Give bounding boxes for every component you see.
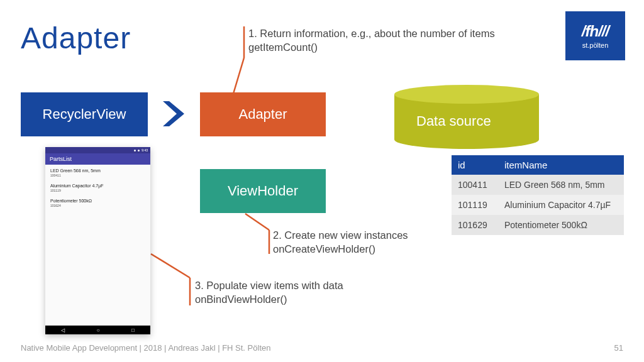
fh-logo: /fh/// st.pölten <box>565 11 625 60</box>
table-cell-name: LED Green 568 nm, 5mm <box>498 175 624 195</box>
svg-line-1 <box>233 58 244 94</box>
table-cell-id: 101629 <box>452 215 498 235</box>
note-2-line-2: onCreateViewHolder() <box>273 242 408 256</box>
nav-recent-icon: □ <box>131 327 135 333</box>
phone-item-title: Potentiometer 500kΩ <box>50 199 145 203</box>
phone-item-sub: 100411 <box>50 173 145 177</box>
note-3-line-1: 3. Populate view items with data <box>195 278 343 292</box>
note-3-line-2: onBindViewHolder() <box>195 292 343 306</box>
phone-list-item: Potentiometer 500kΩ 101624 <box>45 195 150 210</box>
note-1: 1. Return information, e.g., about the n… <box>248 26 531 55</box>
phone-item-sub: 101624 <box>50 204 145 207</box>
phone-list: LED Green 568 nm, 5mm 100411 Aluminium C… <box>45 165 150 210</box>
table-cell-id: 101119 <box>452 195 498 215</box>
adapter-box: Adapter <box>200 92 326 136</box>
table-header-id: id <box>452 155 498 175</box>
table-row: 101119 Aluminium Capacitor 4.7µF <box>452 195 624 215</box>
phone-list-item: LED Green 568 nm, 5mm 100411 <box>45 165 150 180</box>
phone-item-title: Aluminium Capacitor 4.7µF <box>50 184 145 188</box>
recyclerview-box: RecyclerView <box>21 92 148 136</box>
nav-back-icon: ◁ <box>61 327 65 333</box>
table-cell-id: 100411 <box>452 175 498 195</box>
datasource-label: Data source <box>416 113 491 129</box>
phone-mockup: 9:43 PartsList LED Green 568 nm, 5mm 100… <box>45 147 150 334</box>
note-3: 3. Populate view items with data onBindV… <box>195 278 343 307</box>
phone-time: 9:43 <box>142 148 148 152</box>
logo-sub-text: st.pölten <box>582 41 609 49</box>
table-cell-name: Aluminium Capacitor 4.7µF <box>498 195 624 215</box>
phone-item-sub: 101119 <box>50 189 145 192</box>
phone-app-bar: PartsList <box>45 153 150 165</box>
phone-status-bar: 9:43 <box>45 147 150 153</box>
note-1-line-2: getItemCount() <box>248 40 531 54</box>
connector-note-3 <box>148 251 192 308</box>
phone-nav-bar: ◁ ○ □ <box>45 326 150 334</box>
table-header-row: id itemName <box>452 155 624 175</box>
phone-list-item: Aluminium Capacitor 4.7µF 101119 <box>45 180 150 195</box>
slide-page-number: 51 <box>614 343 623 353</box>
table-row: 100411 LED Green 568 nm, 5mm <box>452 175 624 195</box>
phone-item-title: LED Green 568 nm, 5mm <box>50 168 145 173</box>
connector-note-2 <box>244 212 273 256</box>
logo-main-text: /fh/// <box>582 23 609 40</box>
nav-home-icon: ○ <box>97 327 100 333</box>
table-cell-name: Potentiometer 500kΩ <box>498 215 624 235</box>
slide-footer: Native Mobile App Development | 2018 | A… <box>21 343 270 353</box>
svg-point-4 <box>394 85 539 104</box>
slide-title: Adapter <box>21 21 131 55</box>
svg-line-5 <box>245 214 269 230</box>
table-header-name: itemName <box>498 155 624 175</box>
note-2: 2. Create new view instances onCreateVie… <box>273 228 408 256</box>
note-2-line-1: 2. Create new view instances <box>273 228 408 242</box>
svg-line-7 <box>151 254 190 278</box>
chevron-right-icon <box>160 100 188 128</box>
table-row: 101629 Potentiometer 500kΩ <box>452 215 624 235</box>
note-1-line-1: 1. Return information, e.g., about the n… <box>248 26 531 40</box>
viewholder-box: ViewHolder <box>200 169 326 213</box>
data-source-table: id itemName 100411 LED Green 568 nm, 5mm… <box>452 155 624 235</box>
